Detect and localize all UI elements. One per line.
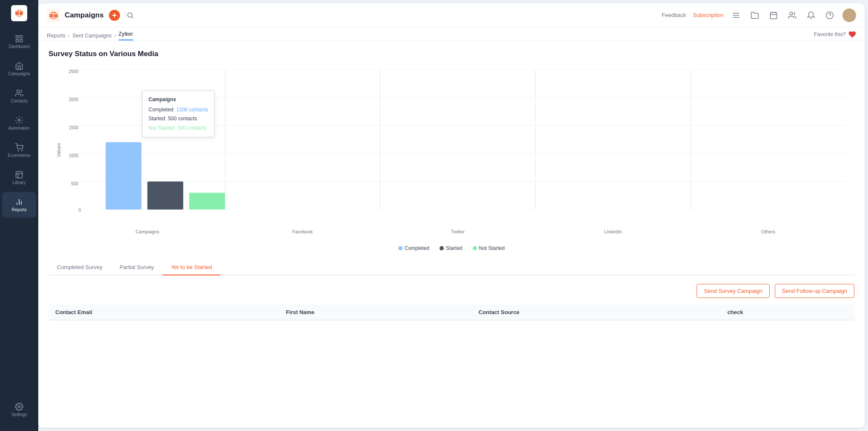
svg-rect-2 (16, 40, 19, 42)
y-tick-500: 500 (61, 181, 78, 186)
svg-rect-3 (20, 40, 23, 42)
table-header-row: Contact Email First Name Contact Source … (49, 305, 854, 320)
sidebar-item-reports-label: Reports (11, 207, 26, 212)
sidebar-item-automation[interactable]: Automation (2, 111, 36, 136)
svg-rect-1 (20, 36, 23, 38)
x-label-facebook: Facebook (225, 229, 380, 234)
svg-line-17 (131, 17, 133, 18)
breadcrumb-bar: Reports › Sent Campaigns › Zylker Favori… (38, 27, 865, 41)
logo-icon[interactable] (11, 5, 27, 21)
tooltip-completed-label: Completed: (148, 105, 174, 115)
legend-completed: Completed (398, 245, 429, 251)
svg-point-7 (22, 150, 23, 151)
user-avatar[interactable] (842, 9, 856, 22)
svg-point-4 (17, 90, 20, 93)
subscription-link[interactable]: Subscription (693, 12, 723, 18)
tooltip-completed-row: Completed: 1200 contacts (148, 105, 208, 115)
breadcrumb-sent-campaigns[interactable]: Sent Campaigns (72, 33, 111, 39)
y-tick-0: 0 (64, 208, 81, 213)
legend-completed-label: Completed (405, 245, 429, 251)
svg-rect-40 (189, 193, 225, 210)
page-title: Survey Status on Various Media (49, 50, 854, 58)
svg-rect-8 (16, 172, 23, 178)
legend-started-dot (440, 246, 444, 250)
y-tick-2500: 2500 (61, 69, 78, 74)
tooltip-notstarted-label: Not Started: (148, 124, 176, 133)
x-label-campaigns: Campaigns (70, 229, 225, 234)
favorite-button[interactable]: Favorite this? (814, 31, 856, 41)
list-view-icon[interactable] (730, 9, 742, 21)
tooltip-started-label: Started: (148, 114, 166, 124)
breadcrumb: Reports › Sent Campaigns › Zylker (47, 31, 133, 40)
svg-rect-21 (771, 12, 777, 19)
bell-icon[interactable] (805, 9, 817, 21)
svg-rect-38 (106, 142, 141, 210)
y-tick-2000: 2000 (61, 97, 78, 102)
tabs-container: Completed Survey Partial Survey Yet to b… (49, 260, 854, 275)
table-actions: Send Survey Campaign Send Follow-up Camp… (49, 284, 854, 298)
tooltip-title: Campaigns (148, 95, 208, 105)
sidebar-item-ecommerce[interactable]: Ecommerce (2, 138, 36, 163)
sidebar-item-reports[interactable]: Reports (2, 192, 36, 218)
chart-container: Values (49, 65, 854, 235)
sidebar: Dashboard Campaigns Contacts Automation … (0, 0, 38, 431)
tooltip-completed-value: 1200 contacts (176, 105, 208, 115)
table-header-firstname: First Name (279, 305, 472, 320)
sidebar-item-contacts-label: Contacts (11, 99, 27, 103)
sidebar-item-automation-label: Automation (9, 126, 30, 130)
y-tick-1000: 1000 (61, 153, 78, 158)
tooltip-started-value: 500 contacts (168, 114, 197, 124)
tab-yet-to-be-started[interactable]: Yet to be Started (163, 260, 220, 275)
svg-rect-0 (16, 36, 19, 38)
sidebar-item-library[interactable]: Library (2, 165, 36, 190)
sidebar-settings-label: Settings (11, 412, 27, 417)
chart-y-label: Values (56, 143, 61, 157)
x-label-linkedin: LinkedIn (535, 229, 691, 234)
favorite-label: Favorite this? (814, 31, 846, 37)
legend-not-started-dot (473, 246, 477, 250)
x-label-twitter: Twitter (380, 229, 536, 234)
send-followup-campaign-button[interactable]: Send Follow-up Campaign (775, 284, 854, 298)
sidebar-item-library-label: Library (13, 180, 26, 185)
search-button[interactable] (124, 9, 136, 21)
svg-point-16 (128, 13, 132, 17)
svg-rect-39 (147, 181, 183, 210)
svg-point-6 (18, 150, 19, 151)
brand-name: Campaigns (65, 11, 104, 20)
calendar-icon[interactable] (768, 9, 779, 21)
breadcrumb-reports[interactable]: Reports (47, 33, 66, 39)
topbar-actions: Feedback Subscription (662, 9, 856, 22)
x-axis-labels: Campaigns Facebook Twitter LinkedIn Othe… (70, 229, 846, 234)
folder-icon[interactable] (749, 9, 761, 21)
sidebar-item-campaigns-label: Campaigns (9, 71, 30, 76)
tooltip-notstarted-value: 300 contacts (177, 124, 206, 133)
legend-not-started: Not Started (473, 245, 505, 251)
users-icon[interactable] (786, 9, 798, 21)
x-label-others: Others (691, 229, 846, 234)
legend-completed-dot (398, 246, 403, 250)
sidebar-item-contacts[interactable]: Contacts (2, 83, 36, 109)
tooltip-notstarted-row: Not Started: 300 contacts (148, 124, 208, 133)
sidebar-logo (11, 5, 27, 21)
legend-not-started-label: Not Started (479, 245, 505, 251)
breadcrumb-sep-2: › (114, 33, 116, 39)
sidebar-item-dashboard-label: Dashboard (9, 44, 30, 49)
tab-partial-survey[interactable]: Partial Survey (111, 260, 163, 275)
svg-point-5 (18, 119, 20, 122)
svg-point-25 (790, 12, 793, 15)
feedback-link[interactable]: Feedback (662, 12, 686, 18)
sidebar-item-campaigns[interactable]: Campaigns (2, 56, 36, 82)
y-tick-1500: 1500 (61, 125, 78, 130)
chart-legend: Completed Started Not Started (49, 245, 854, 251)
help-icon[interactable] (824, 9, 836, 21)
sidebar-item-dashboard[interactable]: Dashboard (2, 29, 36, 54)
send-survey-campaign-button[interactable]: Send Survey Campaign (697, 284, 769, 298)
topbar: Campaigns Feedback Subscription (38, 3, 865, 27)
contacts-table: Contact Email First Name Contact Source … (49, 305, 854, 320)
sidebar-item-ecommerce-label: Ecommerce (8, 153, 30, 158)
tooltip-started-row: Started: 500 contacts (148, 114, 208, 124)
tab-completed-survey[interactable]: Completed Survey (49, 260, 111, 275)
breadcrumb-current: Zylker (119, 31, 133, 40)
sidebar-item-settings[interactable]: Settings (2, 397, 36, 422)
add-button[interactable] (109, 10, 120, 21)
